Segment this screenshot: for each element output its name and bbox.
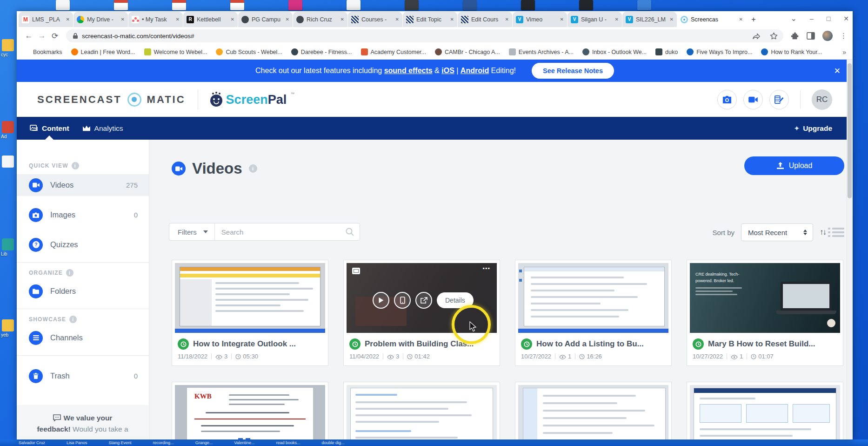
- sort-select[interactable]: Most Recent: [741, 223, 813, 241]
- filters-dropdown[interactable]: Filters: [169, 228, 203, 236]
- video-editor-button[interactable]: [769, 90, 789, 109]
- search-input[interactable]: [215, 228, 346, 236]
- sidebar-item-trash[interactable]: Trash 0: [17, 365, 149, 387]
- taskbar-item[interactable]: Grange...: [195, 440, 213, 445]
- video-thumbnail[interactable]: [518, 385, 668, 439]
- video-thumbnail[interactable]: CRE dealmaking. Tech-powered. Broker led…: [690, 263, 840, 333]
- extensions-icon[interactable]: [791, 32, 799, 40]
- browser-tab[interactable]: Edit Cours ✕: [458, 12, 512, 27]
- video-card[interactable]: KWB: [172, 382, 328, 439]
- tab-close-icon[interactable]: ✕: [560, 17, 564, 22]
- back-button[interactable]: ←: [22, 31, 35, 41]
- video-title[interactable]: How to Integrate Outlook ...: [193, 339, 296, 349]
- tab-close-icon[interactable]: ✕: [341, 17, 344, 22]
- browser-tab[interactable]: My Drive - ✕: [73, 12, 128, 27]
- browser-tab[interactable]: V Silgan U - ✕: [568, 12, 622, 27]
- browser-tab[interactable]: Courses - ✕: [348, 12, 402, 27]
- desktop-pdf-icon[interactable]: [230, 0, 244, 10]
- video-title[interactable]: How to Add a Listing to Bu...: [536, 339, 644, 349]
- bookmark-item[interactable]: CAMBr - Chicago A...: [435, 48, 500, 55]
- share-icon[interactable]: [752, 32, 761, 40]
- taskbar-item[interactable]: Lisa Panos: [67, 440, 87, 445]
- desktop-word-icon[interactable]: [463, 0, 477, 10]
- forward-button[interactable]: →: [35, 31, 48, 41]
- scrollbar-thumb[interactable]: [848, 63, 852, 198]
- desktop-shortcut-icon[interactable]: [2, 319, 14, 331]
- taskbar-item[interactable]: Stang Event: [109, 440, 132, 445]
- tab-close-icon[interactable]: ✕: [286, 17, 289, 22]
- bookmark-item[interactable]: How to Rank Your...: [761, 48, 822, 55]
- screenshot-camera-button[interactable]: [717, 90, 737, 109]
- video-card[interactable]: [515, 382, 672, 439]
- android-link[interactable]: Android: [461, 67, 489, 74]
- desktop-shortcut-icon[interactable]: [2, 121, 14, 133]
- video-thumbnail[interactable]: KWB: [175, 385, 325, 439]
- bookmarks-folder[interactable]: ★ Bookmarks: [23, 48, 62, 55]
- browser-tab[interactable]: V SIL226_LM ✕: [622, 12, 677, 27]
- tab-close-icon[interactable]: ✕: [176, 17, 180, 22]
- bookmark-item[interactable]: Events Archives - A...: [509, 48, 574, 55]
- page-scrollbar[interactable]: [847, 60, 853, 439]
- sidebar-item-images[interactable]: Images 0: [17, 204, 149, 226]
- desktop-doc-icon[interactable]: [347, 0, 361, 10]
- video-card[interactable]: CRE dealmaking. Tech-powered. Broker led…: [687, 260, 843, 366]
- tab-close-icon[interactable]: ✕: [505, 17, 509, 22]
- window-menu-icon[interactable]: ⌄: [791, 14, 797, 23]
- close-window-button[interactable]: ✕: [843, 15, 849, 22]
- bookmark-item[interactable]: Academy Customer...: [361, 48, 427, 55]
- video-thumbnail[interactable]: [347, 385, 497, 439]
- taskbar-item[interactable]: read books...: [276, 440, 300, 445]
- browser-tab[interactable]: Rich Cruz ✕: [293, 12, 347, 27]
- desktop-app-icon[interactable]: [405, 0, 419, 10]
- browser-menu-icon[interactable]: ⋮: [840, 32, 847, 40]
- desktop-pdf-icon[interactable]: [172, 0, 186, 10]
- bookmark-star-icon[interactable]: [770, 32, 778, 40]
- sidebar-item-channels[interactable]: Channels: [17, 327, 149, 349]
- info-icon[interactable]: i: [66, 269, 73, 277]
- desktop-app-icon[interactable]: [579, 0, 593, 10]
- video-thumbnail[interactable]: [518, 263, 668, 333]
- screencast-o-matic-logo[interactable]: SCREENCAST MATIC: [37, 93, 186, 107]
- see-release-notes-button[interactable]: See Release Notes: [532, 63, 614, 79]
- desktop-shortcut-icon[interactable]: [2, 39, 14, 51]
- search-icon[interactable]: [346, 228, 354, 236]
- side-panel-icon[interactable]: [807, 32, 815, 40]
- bookmark-item[interactable]: Five Ways To Impro...: [687, 48, 752, 55]
- browser-tab[interactable]: V Vimeo ✕: [513, 12, 567, 27]
- browser-tab-active[interactable]: Screencas ✕: [677, 12, 746, 27]
- tab-close-icon[interactable]: ✕: [615, 17, 619, 22]
- new-tab-button[interactable]: +: [751, 15, 756, 24]
- browser-tab[interactable]: • My Task ✕: [128, 12, 183, 27]
- desktop-shortcut-icon[interactable]: [2, 155, 14, 168]
- windows-taskbar[interactable]: Salvador Cruz Lisa Panos Stang Event rec…: [0, 439, 868, 446]
- tab-close-icon[interactable]: ✕: [121, 17, 125, 22]
- info-icon[interactable]: i: [69, 316, 77, 323]
- desktop-video-icon[interactable]: [637, 0, 651, 10]
- play-button[interactable]: [373, 292, 389, 309]
- desktop-pdf-icon[interactable]: [114, 0, 128, 10]
- reload-button[interactable]: ⟳: [48, 31, 61, 41]
- taskbar-item[interactable]: Salvador Cruz: [19, 440, 45, 445]
- taskbar-item[interactable]: Valentine...: [234, 440, 254, 445]
- tab-close-icon[interactable]: ✕: [66, 17, 70, 22]
- feedback-prompt[interactable]: We value your feedback! Would you take a: [17, 405, 148, 439]
- upgrade-button[interactable]: ✦ Upgrade: [794, 124, 832, 133]
- ios-link[interactable]: iOS: [441, 67, 454, 74]
- video-card[interactable]: How to Integrate Outlook ... 11/18/2022 …: [172, 260, 328, 366]
- desktop-app-icon[interactable]: [521, 0, 535, 10]
- tab-close-icon[interactable]: ✕: [231, 17, 234, 22]
- share-button[interactable]: [415, 292, 432, 309]
- sort-direction-icon[interactable]: ↑↓: [820, 228, 826, 237]
- info-icon[interactable]: i: [72, 162, 79, 169]
- tab-content[interactable]: Content: [23, 117, 76, 140]
- taskbar-item[interactable]: double dig...: [322, 440, 345, 445]
- minimize-button[interactable]: –: [810, 15, 814, 22]
- record-video-button[interactable]: [743, 90, 763, 109]
- browser-tab[interactable]: Edit Topic ✕: [403, 12, 457, 27]
- video-card[interactable]: How to Add a Listing to Bu... 10/27/2022…: [515, 260, 672, 366]
- browser-tab[interactable]: PG Campu ✕: [238, 12, 293, 27]
- more-options-icon[interactable]: ⋯: [482, 264, 490, 273]
- address-bar[interactable]: screencast-o-matic.com/content/videos#: [66, 29, 783, 42]
- sidebar-item-folders[interactable]: Folders: [17, 280, 149, 302]
- desktop-doc-icon[interactable]: [56, 0, 70, 10]
